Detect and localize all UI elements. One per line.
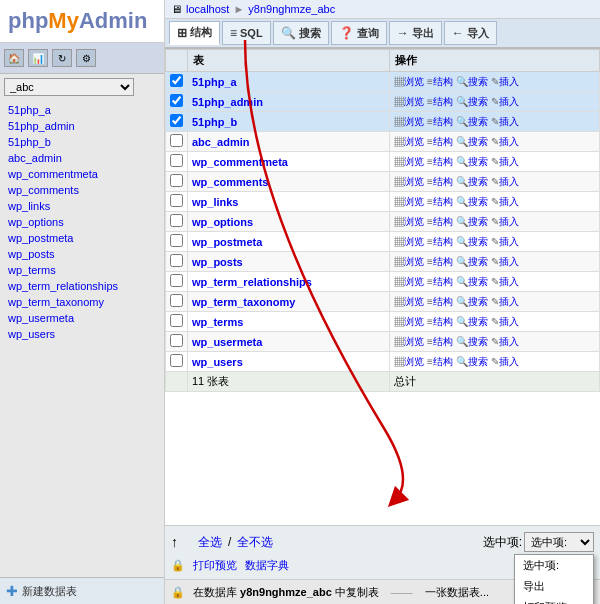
search-link[interactable]: 搜索 bbox=[468, 316, 488, 327]
data-dict-link[interactable]: 数据字典 bbox=[245, 558, 289, 573]
browse-link[interactable]: 浏览 bbox=[404, 196, 424, 207]
sidebar-item-51php_a[interactable]: 51php_a bbox=[0, 102, 164, 118]
browse-link[interactable]: 浏览 bbox=[404, 156, 424, 167]
structure-link[interactable]: 结构 bbox=[433, 216, 453, 227]
browse-link[interactable]: 浏览 bbox=[404, 356, 424, 367]
breadcrumb-database[interactable]: y8n9nghmze_abc bbox=[248, 3, 335, 15]
search-link[interactable]: 搜索 bbox=[468, 296, 488, 307]
table-link[interactable]: 51php_b bbox=[192, 116, 237, 128]
table-link[interactable]: abc_admin bbox=[192, 136, 249, 148]
search-link[interactable]: 搜索 bbox=[468, 196, 488, 207]
browse-link[interactable]: 浏览 bbox=[404, 296, 424, 307]
table-link[interactable]: wp_options bbox=[192, 216, 253, 228]
row-checkbox[interactable] bbox=[170, 154, 183, 167]
row-checkbox[interactable] bbox=[170, 114, 183, 127]
table-link[interactable]: wp_postmeta bbox=[192, 236, 262, 248]
tab-sql[interactable]: ≡ SQL bbox=[222, 21, 271, 45]
table-link[interactable]: 51php_admin bbox=[192, 96, 263, 108]
tab-query[interactable]: ❓ 查询 bbox=[331, 21, 387, 45]
table-link[interactable]: wp_links bbox=[192, 196, 238, 208]
insert-link[interactable]: 插入 bbox=[499, 336, 519, 347]
table-link[interactable]: wp_commentmeta bbox=[192, 156, 288, 168]
popup-item-selected[interactable]: 选中项: bbox=[515, 555, 593, 576]
table-link[interactable]: 51php_a bbox=[192, 76, 237, 88]
row-checkbox[interactable] bbox=[170, 234, 183, 247]
action-dropdown[interactable]: 选中项: 导出 打印预览 留字 删除 优化表 bbox=[524, 532, 594, 552]
browse-link[interactable]: 浏览 bbox=[404, 336, 424, 347]
table-link[interactable]: wp_comments bbox=[192, 176, 268, 188]
sidebar-item-wp_term_relationships[interactable]: wp_term_relationships bbox=[0, 278, 164, 294]
sidebar-item-wp_term_taxonomy[interactable]: wp_term_taxonomy bbox=[0, 294, 164, 310]
table-link[interactable]: wp_term_relationships bbox=[192, 276, 312, 288]
new-table-button[interactable]: ✚ 新建数据表 bbox=[0, 577, 164, 604]
browse-link[interactable]: 浏览 bbox=[404, 136, 424, 147]
search-link[interactable]: 搜索 bbox=[468, 356, 488, 367]
insert-link[interactable]: 插入 bbox=[499, 116, 519, 127]
browse-link[interactable]: 浏览 bbox=[404, 256, 424, 267]
home-icon[interactable]: 🏠 bbox=[4, 49, 24, 67]
structure-link[interactable]: 结构 bbox=[433, 96, 453, 107]
search-link[interactable]: 搜索 bbox=[468, 216, 488, 227]
row-checkbox[interactable] bbox=[170, 214, 183, 227]
insert-link[interactable]: 插入 bbox=[499, 236, 519, 247]
sidebar-item-wp_usermeta[interactable]: wp_usermeta bbox=[0, 310, 164, 326]
search-link[interactable]: 搜索 bbox=[468, 96, 488, 107]
row-checkbox[interactable] bbox=[170, 134, 183, 147]
row-checkbox[interactable] bbox=[170, 254, 183, 267]
search-link[interactable]: 搜索 bbox=[468, 236, 488, 247]
browse-link[interactable]: 浏览 bbox=[404, 236, 424, 247]
row-checkbox[interactable] bbox=[170, 314, 183, 327]
insert-link[interactable]: 插入 bbox=[499, 276, 519, 287]
insert-link[interactable]: 插入 bbox=[499, 176, 519, 187]
row-checkbox[interactable] bbox=[170, 194, 183, 207]
structure-link[interactable]: 结构 bbox=[433, 156, 453, 167]
structure-link[interactable]: 结构 bbox=[433, 176, 453, 187]
row-checkbox[interactable] bbox=[170, 94, 183, 107]
refresh-icon[interactable]: ↻ bbox=[52, 49, 72, 67]
structure-link[interactable]: 结构 bbox=[433, 116, 453, 127]
browse-link[interactable]: 浏览 bbox=[404, 276, 424, 287]
structure-link[interactable]: 结构 bbox=[433, 196, 453, 207]
popup-item-print[interactable]: 打印预览 bbox=[515, 597, 593, 604]
structure-link[interactable]: 结构 bbox=[433, 76, 453, 87]
search-link[interactable]: 搜索 bbox=[468, 76, 488, 87]
insert-link[interactable]: 插入 bbox=[499, 196, 519, 207]
row-checkbox[interactable] bbox=[170, 74, 183, 87]
structure-link[interactable]: 结构 bbox=[433, 356, 453, 367]
sidebar-item-wp_options[interactable]: wp_options bbox=[0, 214, 164, 230]
sidebar-item-wp_users[interactable]: wp_users bbox=[0, 326, 164, 342]
structure-link[interactable]: 结构 bbox=[433, 336, 453, 347]
search-link[interactable]: 搜索 bbox=[468, 256, 488, 267]
sidebar-item-51php_b[interactable]: 51php_b bbox=[0, 134, 164, 150]
search-link[interactable]: 搜索 bbox=[468, 136, 488, 147]
row-checkbox[interactable] bbox=[170, 334, 183, 347]
sidebar-item-wp_comments[interactable]: wp_comments bbox=[0, 182, 164, 198]
tab-search[interactable]: 🔍 搜索 bbox=[273, 21, 329, 45]
row-checkbox[interactable] bbox=[170, 274, 183, 287]
select-all-link[interactable]: 全选 bbox=[198, 534, 222, 551]
structure-link[interactable]: 结构 bbox=[433, 316, 453, 327]
settings-icon[interactable]: ⚙ bbox=[76, 49, 96, 67]
search-link[interactable]: 搜索 bbox=[468, 276, 488, 287]
print-preview-link[interactable]: 打印预览 bbox=[193, 558, 237, 573]
browse-link[interactable]: 浏览 bbox=[404, 116, 424, 127]
structure-link[interactable]: 结构 bbox=[433, 296, 453, 307]
breadcrumb-server[interactable]: localhost bbox=[186, 3, 229, 15]
structure-link[interactable]: 结构 bbox=[433, 256, 453, 267]
table-link[interactable]: wp_users bbox=[192, 356, 243, 368]
sidebar-item-wp_links[interactable]: wp_links bbox=[0, 198, 164, 214]
table-link[interactable]: wp_term_taxonomy bbox=[192, 296, 295, 308]
browse-link[interactable]: 浏览 bbox=[404, 76, 424, 87]
insert-link[interactable]: 插入 bbox=[499, 256, 519, 267]
row-checkbox[interactable] bbox=[170, 354, 183, 367]
insert-link[interactable]: 插入 bbox=[499, 296, 519, 307]
tab-structure[interactable]: ⊞ 结构 bbox=[169, 21, 220, 45]
tab-export[interactable]: → 导出 bbox=[389, 21, 442, 45]
table-link[interactable]: wp_terms bbox=[192, 316, 243, 328]
browse-link[interactable]: 浏览 bbox=[404, 96, 424, 107]
insert-link[interactable]: 插入 bbox=[499, 136, 519, 147]
search-link[interactable]: 搜索 bbox=[468, 176, 488, 187]
search-link[interactable]: 搜索 bbox=[468, 336, 488, 347]
table-link[interactable]: wp_posts bbox=[192, 256, 243, 268]
table-link[interactable]: wp_usermeta bbox=[192, 336, 262, 348]
